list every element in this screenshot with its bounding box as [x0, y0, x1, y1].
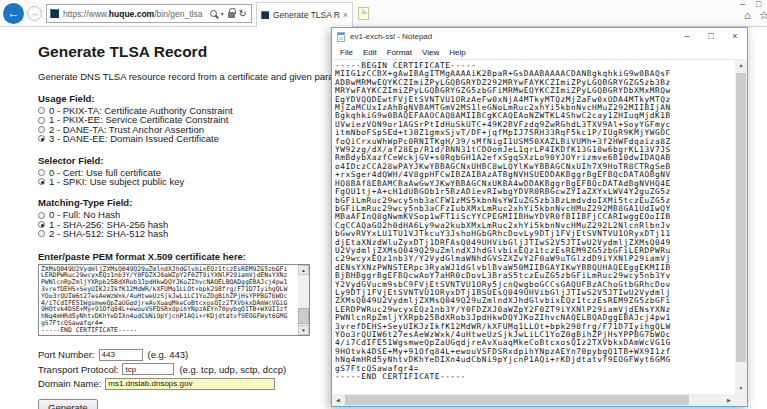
domain-input[interactable] [105, 378, 275, 390]
notepad-hscrollbar-thumb[interactable] [345, 395, 689, 405]
favorites-star-icon[interactable]: ☆ [759, 9, 767, 21]
scroll-up-icon[interactable]: ▲ [735, 59, 747, 71]
notepad-menubar: File Edit Format View Help [332, 45, 747, 59]
search-icon[interactable] [210, 10, 217, 17]
home-icon[interactable]: ⌂ [744, 9, 751, 21]
notepad-titlebar[interactable]: ev1-exch-ssl - Notepad – □ × [332, 28, 747, 45]
menu-help[interactable]: Help [444, 48, 470, 57]
scroll-right-icon[interactable]: ▶ [723, 394, 735, 406]
notepad-hscrollbar[interactable]: ◀ ▶ [332, 394, 735, 406]
screen: ← → https://www.huque.com/bin/gen_tlsa ▾… [0, 0, 767, 409]
tab-close-icon[interactable]: × [340, 10, 348, 20]
selector-radio-0[interactable] [38, 169, 45, 176]
pem-textarea[interactable]: ZXMsQ049U2VydmljZXMsQ049Q29uZmlndXJhdGlv… [38, 264, 310, 336]
notepad-minimize-button[interactable]: – [675, 28, 699, 45]
site-favicon-icon [50, 9, 59, 18]
url-prefix: https://www. [63, 9, 109, 19]
browser-maximize-button[interactable]: □ [756, 0, 761, 9]
notepad-app-icon [337, 32, 345, 42]
scroll-left-icon[interactable]: ◀ [332, 394, 344, 406]
transport-label: Transport Protocol: [38, 364, 118, 375]
menu-file[interactable]: File [335, 48, 358, 57]
menu-view[interactable]: View [417, 48, 444, 57]
port-label: Port Number: [38, 349, 95, 360]
port-hint: (e.g. 443) [148, 349, 189, 360]
tab-title: Generate TLSA Record [273, 10, 340, 20]
browser-tab[interactable]: Generate TLSA Record × [256, 2, 353, 27]
forward-button[interactable]: → [27, 6, 42, 21]
notepad-window-controls: – □ × [675, 28, 747, 45]
matching-radio-0[interactable] [38, 212, 45, 219]
transport-input[interactable] [122, 363, 174, 375]
scroll-down-icon[interactable]: ▼ [298, 325, 309, 335]
notepad-vscrollbar[interactable]: ▲ ▼ [735, 59, 747, 394]
chevron-down-icon[interactable]: ▾ [221, 10, 224, 17]
new-tab-button[interactable] [358, 7, 369, 20]
usage-radio-1[interactable] [38, 117, 45, 124]
matching-option-2-label: 2 - SHA-512: SHA-512 hash [49, 229, 168, 238]
lock-icon [228, 12, 235, 18]
tab-favicon-icon [261, 11, 269, 19]
pem-scrollbar[interactable]: ▲ ▼ [298, 265, 309, 335]
notepad-scrollbar-corner [735, 394, 747, 406]
matching-radio-1[interactable] [38, 221, 45, 228]
browser-chrome: ← → https://www.huque.com/bin/gen_tlsa ▾… [0, 0, 767, 27]
usage-radio-3[interactable] [38, 135, 45, 142]
notepad-edit-area[interactable]: -----BEGIN CERTIFICATE----- MIIG1zCCBX+g… [332, 59, 735, 394]
back-button[interactable]: ← [3, 3, 24, 24]
url-domain: huque.com [109, 9, 154, 19]
usage-radio-0[interactable] [38, 107, 45, 114]
selector-radio-1[interactable] [38, 178, 45, 185]
usage-radio-2[interactable] [38, 126, 45, 133]
generate-button[interactable]: Generate [38, 399, 98, 409]
url-text[interactable]: https://www.huque.com/bin/gen_tlsa [63, 9, 210, 19]
address-bar[interactable]: https://www.huque.com/bin/gen_tlsa ▾ ↻ [46, 4, 252, 23]
matching-radio-2[interactable] [38, 230, 45, 237]
notepad-window[interactable]: ev1-exch-ssl - Notepad – □ × File Edit F… [331, 27, 748, 407]
notepad-text[interactable]: -----BEGIN CERTIFICATE----- MIIG1zCCBX+g… [332, 60, 735, 381]
transport-hint: (e.g. tcp, udp, sctp, dccp) [179, 364, 286, 375]
scroll-down-icon[interactable]: ▼ [735, 382, 747, 394]
domain-label: Domain Name: [38, 378, 101, 389]
notepad-close-button[interactable]: × [723, 28, 747, 45]
scroll-up-icon[interactable]: ▲ [298, 265, 309, 275]
menu-edit[interactable]: Edit [358, 48, 382, 57]
menu-format[interactable]: Format [382, 48, 417, 57]
selector-option-1-label: 1 - SPKI: Use subject public key [49, 177, 184, 186]
notepad-vscrollbar-thumb[interactable] [736, 73, 746, 362]
notepad-maximize-button[interactable]: □ [699, 28, 723, 45]
port-input[interactable] [99, 349, 143, 361]
pem-textarea-wrap: ZXMsQ049U2VydmljZXMsQ049Q29uZmlndXJhdGlv… [38, 264, 310, 336]
pem-scrollbar-thumb[interactable] [298, 308, 309, 324]
browser-minimize-button[interactable]: – [740, 0, 745, 9]
url-path: /bin/gen_tlsa [154, 9, 202, 19]
address-bar-icons: ▾ ↻ [210, 9, 251, 19]
refresh-icon[interactable]: ↻ [239, 9, 247, 19]
usage-option-3-label: 3 - DANE-EE: Domain Issued Certificate [49, 134, 219, 143]
notepad-title: ev1-exch-ssl - Notepad [350, 32, 432, 41]
